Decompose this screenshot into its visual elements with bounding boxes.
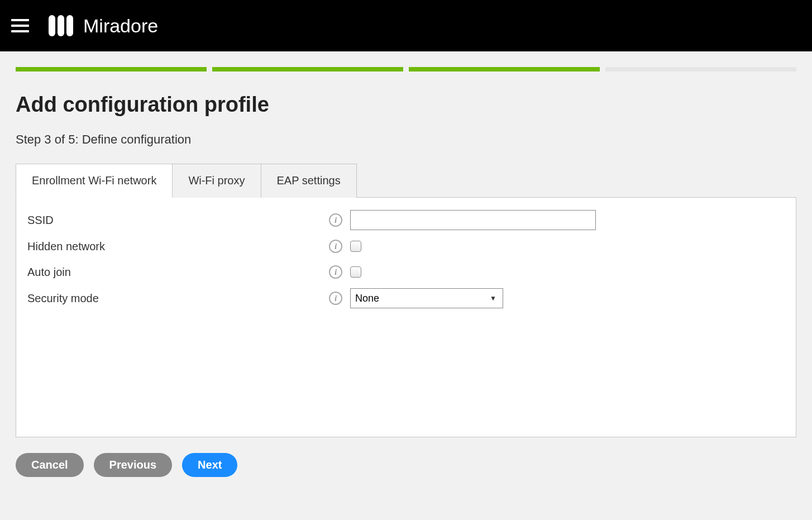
tab-eap-settings[interactable]: EAP settings	[261, 164, 357, 198]
logo[interactable]: Miradore	[49, 15, 158, 37]
progress-step-2	[212, 67, 403, 71]
logo-text: Miradore	[83, 15, 158, 37]
progress-bar	[16, 67, 796, 71]
info-icon[interactable]: i	[329, 292, 342, 305]
tabs: Enrollment Wi-Fi network Wi-Fi proxy EAP…	[16, 164, 796, 198]
progress-step-4	[605, 67, 796, 71]
info-icon[interactable]: i	[329, 240, 342, 253]
auto-join-checkbox[interactable]	[350, 266, 361, 278]
main-content: Add configuration profile Step 3 of 5: D…	[0, 51, 812, 493]
progress-step-1	[16, 67, 207, 71]
logo-icon	[49, 15, 73, 36]
cancel-button[interactable]: Cancel	[16, 453, 84, 477]
tab-enrollment-wifi[interactable]: Enrollment Wi-Fi network	[16, 164, 173, 198]
tab-panel: SSID i Hidden network i Auto join i Secu…	[16, 197, 796, 437]
step-text: Step 3 of 5: Define configuration	[16, 132, 796, 147]
app-header: Miradore	[0, 0, 812, 51]
next-button[interactable]: Next	[182, 453, 237, 477]
previous-button[interactable]: Previous	[94, 453, 172, 477]
security-mode-select[interactable]: None	[350, 288, 503, 308]
progress-step-3	[409, 67, 600, 71]
tab-wifi-proxy[interactable]: Wi-Fi proxy	[172, 164, 261, 198]
row-auto-join: Auto join i	[27, 263, 785, 282]
row-ssid: SSID i	[27, 210, 785, 230]
label-security-mode: Security mode	[27, 292, 329, 305]
page-title: Add configuration profile	[16, 93, 796, 117]
info-icon[interactable]: i	[329, 213, 342, 227]
row-security-mode: Security mode i None ▼	[27, 288, 785, 308]
row-hidden-network: Hidden network i	[27, 237, 785, 256]
hidden-network-checkbox[interactable]	[350, 241, 361, 252]
label-auto-join: Auto join	[27, 266, 329, 279]
label-hidden-network: Hidden network	[27, 240, 329, 253]
ssid-input[interactable]	[350, 210, 596, 230]
info-icon[interactable]: i	[329, 265, 342, 279]
menu-icon[interactable]	[11, 19, 29, 32]
button-row: Cancel Previous Next	[16, 453, 796, 477]
label-ssid: SSID	[27, 214, 329, 227]
